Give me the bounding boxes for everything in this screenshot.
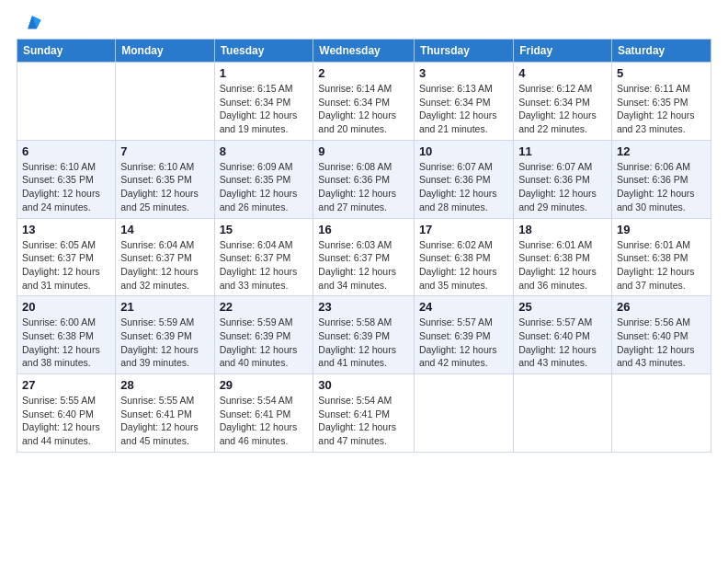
weekday-header-saturday: Saturday [611,40,711,63]
day-number: 17 [419,223,508,236]
weekday-header-wednesday: Wednesday [313,40,415,63]
day-info: Sunrise: 6:11 AMSunset: 6:35 PMDaylight:… [617,82,706,136]
day-info: Sunrise: 5:56 AMSunset: 6:40 PMDaylight:… [617,316,706,370]
day-number: 6 [22,144,110,158]
calendar-table: SundayMondayTuesdayWednesdayThursdayFrid… [17,39,711,453]
day-number: 29 [220,378,309,392]
calendar-cell: 30Sunrise: 5:54 AMSunset: 6:41 PMDayligh… [313,374,415,453]
day-number: 5 [617,66,706,80]
day-info: Sunrise: 6:10 AMSunset: 6:35 PMDaylight:… [120,160,209,214]
calendar-cell: 19Sunrise: 6:01 AMSunset: 6:38 PMDayligh… [611,218,711,296]
calendar-cell: 4Sunrise: 6:12 AMSunset: 6:34 PMDaylight… [514,63,612,141]
day-info: Sunrise: 5:55 AMSunset: 6:40 PMDaylight:… [22,394,110,448]
day-number: 19 [617,223,706,236]
header [17,9,711,33]
calendar-cell: 8Sunrise: 6:09 AMSunset: 6:35 PMDaylight… [214,140,313,218]
calendar-cell [414,374,513,453]
day-info: Sunrise: 6:08 AMSunset: 6:36 PMDaylight:… [318,160,409,214]
day-number: 4 [518,66,607,80]
calendar-cell: 20Sunrise: 6:00 AMSunset: 6:38 PMDayligh… [17,296,116,374]
calendar-cell: 25Sunrise: 5:57 AMSunset: 6:40 PMDayligh… [514,296,612,374]
calendar-cell [611,374,711,453]
calendar-cell: 23Sunrise: 5:58 AMSunset: 6:39 PMDayligh… [313,296,415,374]
day-info: Sunrise: 6:04 AMSunset: 6:37 PMDaylight:… [120,238,209,293]
calendar-cell: 14Sunrise: 6:04 AMSunset: 6:37 PMDayligh… [116,218,214,296]
day-number: 22 [220,300,309,314]
calendar-cell: 15Sunrise: 6:04 AMSunset: 6:37 PMDayligh… [214,218,313,296]
calendar-cell: 29Sunrise: 5:54 AMSunset: 6:41 PMDayligh… [214,374,313,453]
day-info: Sunrise: 6:07 AMSunset: 6:36 PMDaylight:… [419,160,508,214]
day-info: Sunrise: 5:54 AMSunset: 6:41 PMDaylight:… [220,394,309,448]
day-info: Sunrise: 5:54 AMSunset: 6:41 PMDaylight:… [318,394,409,448]
calendar-cell: 26Sunrise: 5:56 AMSunset: 6:40 PMDayligh… [611,296,711,374]
day-number: 15 [220,223,309,236]
day-number: 11 [518,144,607,158]
day-number: 23 [318,300,409,314]
day-info: Sunrise: 6:01 AMSunset: 6:38 PMDaylight:… [518,238,607,293]
calendar-cell: 9Sunrise: 6:08 AMSunset: 6:36 PMDaylight… [313,140,415,218]
day-number: 24 [419,300,508,314]
logo [17,13,42,33]
calendar-cell: 16Sunrise: 6:03 AMSunset: 6:37 PMDayligh… [313,218,415,296]
calendar-row-1: 6Sunrise: 6:10 AMSunset: 6:35 PMDaylight… [17,140,711,218]
weekday-header-friday: Friday [514,40,612,63]
day-number: 8 [220,144,309,158]
day-number: 7 [120,144,209,158]
calendar-cell: 22Sunrise: 5:59 AMSunset: 6:39 PMDayligh… [214,296,313,374]
day-number: 25 [518,300,607,314]
calendar-header-row: SundayMondayTuesdayWednesdayThursdayFrid… [17,40,711,63]
day-info: Sunrise: 6:15 AMSunset: 6:34 PMDaylight:… [220,82,309,136]
calendar-cell: 6Sunrise: 6:10 AMSunset: 6:35 PMDaylight… [17,140,116,218]
day-number: 14 [120,223,209,236]
day-info: Sunrise: 6:07 AMSunset: 6:36 PMDaylight:… [518,160,607,214]
day-number: 16 [318,223,409,236]
weekday-header-thursday: Thursday [414,40,513,63]
calendar-row-2: 13Sunrise: 6:05 AMSunset: 6:37 PMDayligh… [17,218,711,296]
calendar-cell [514,374,612,453]
calendar-cell: 18Sunrise: 6:01 AMSunset: 6:38 PMDayligh… [514,218,612,296]
day-info: Sunrise: 6:04 AMSunset: 6:37 PMDaylight:… [220,238,309,293]
day-number: 10 [419,144,508,158]
day-info: Sunrise: 6:10 AMSunset: 6:35 PMDaylight:… [22,160,110,214]
calendar-cell: 10Sunrise: 6:07 AMSunset: 6:36 PMDayligh… [414,140,513,218]
calendar-cell: 11Sunrise: 6:07 AMSunset: 6:36 PMDayligh… [514,140,612,218]
calendar-cell: 17Sunrise: 6:02 AMSunset: 6:38 PMDayligh… [414,218,513,296]
calendar-cell: 21Sunrise: 5:59 AMSunset: 6:39 PMDayligh… [116,296,214,374]
calendar-cell: 3Sunrise: 6:13 AMSunset: 6:34 PMDaylight… [414,63,513,141]
day-info: Sunrise: 5:59 AMSunset: 6:39 PMDaylight:… [120,316,209,370]
day-number: 28 [120,378,209,392]
calendar-row-3: 20Sunrise: 6:00 AMSunset: 6:38 PMDayligh… [17,296,711,374]
day-info: Sunrise: 5:58 AMSunset: 6:39 PMDaylight:… [318,316,409,370]
weekday-header-monday: Monday [116,40,214,63]
day-number: 9 [318,144,409,158]
calendar-cell: 28Sunrise: 5:55 AMSunset: 6:41 PMDayligh… [116,374,214,453]
day-number: 20 [22,300,110,314]
calendar-cell: 24Sunrise: 5:57 AMSunset: 6:39 PMDayligh… [414,296,513,374]
day-info: Sunrise: 5:57 AMSunset: 6:39 PMDaylight:… [419,316,508,370]
calendar-cell [17,63,116,141]
day-info: Sunrise: 6:14 AMSunset: 6:34 PMDaylight:… [318,82,409,136]
calendar-cell: 1Sunrise: 6:15 AMSunset: 6:34 PMDaylight… [214,63,313,141]
day-info: Sunrise: 5:59 AMSunset: 6:39 PMDaylight:… [220,316,309,370]
calendar-cell: 12Sunrise: 6:06 AMSunset: 6:36 PMDayligh… [611,140,711,218]
day-number: 2 [318,66,409,80]
day-info: Sunrise: 6:12 AMSunset: 6:34 PMDaylight:… [518,82,607,136]
day-info: Sunrise: 5:55 AMSunset: 6:41 PMDaylight:… [120,394,209,448]
calendar-cell [116,63,214,141]
weekday-header-sunday: Sunday [17,40,116,63]
calendar-row-4: 27Sunrise: 5:55 AMSunset: 6:40 PMDayligh… [17,374,711,453]
day-number: 12 [617,144,706,158]
calendar-cell: 7Sunrise: 6:10 AMSunset: 6:35 PMDaylight… [116,140,214,218]
day-info: Sunrise: 6:03 AMSunset: 6:37 PMDaylight:… [318,238,409,293]
day-number: 27 [22,378,110,392]
calendar-cell: 2Sunrise: 6:14 AMSunset: 6:34 PMDaylight… [313,63,415,141]
day-info: Sunrise: 6:00 AMSunset: 6:38 PMDaylight:… [22,316,110,370]
day-number: 13 [22,223,110,236]
calendar-cell: 13Sunrise: 6:05 AMSunset: 6:37 PMDayligh… [17,218,116,296]
day-number: 1 [220,66,309,80]
day-number: 18 [518,223,607,236]
calendar-cell: 27Sunrise: 5:55 AMSunset: 6:40 PMDayligh… [17,374,116,453]
day-number: 3 [419,66,508,80]
day-number: 30 [318,378,409,392]
day-info: Sunrise: 6:13 AMSunset: 6:34 PMDaylight:… [419,82,508,136]
